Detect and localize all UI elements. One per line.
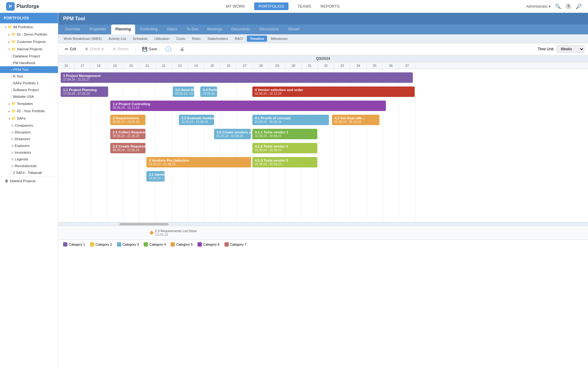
week-cell: 20 [123, 63, 139, 69]
time-unit-select[interactable]: Weeks Days Months [557, 45, 584, 53]
gantt-bar-create-requirements-list[interactable]: 2.2 Create Requirements List 08.05.24 - … [110, 143, 145, 153]
legend-label-4: Category 4 [149, 243, 166, 246]
sidebar-item-revolutionists[interactable]: ⊞ Revolutionists [0, 163, 58, 169]
week-cell: 30 [285, 63, 302, 69]
tab-costs[interactable]: Costs [173, 36, 188, 42]
tab-risks[interactable]: Risks [189, 36, 204, 42]
nav-reports[interactable]: REPORTS [320, 4, 340, 9]
help-icon[interactable]: ? [565, 3, 571, 10]
folder-icon: 📁 [11, 116, 16, 121]
gantt-bar-vendors-pre-selection[interactable]: 3 Vendors Pre-Selection 24.05.24 - 01.08… [146, 157, 251, 167]
tab-meetings[interactable]: Meetings [203, 25, 227, 34]
revert-button[interactable]: ✕ Revert [110, 45, 131, 53]
time-unit-section: Time Unit: Weeks Days Months [538, 45, 584, 53]
tab-documents[interactable]: Documents [227, 25, 254, 34]
tab-properties[interactable]: Properties [85, 25, 111, 34]
sidebar-item-label: 2 SAFe - Tokamak [13, 171, 42, 174]
search-icon[interactable]: 🔍 [555, 3, 561, 9]
gantt-bar-evaluate-feedbacks[interactable]: 3.3 Evaluate feedbacks 10.06.24 - 21.06.… [179, 115, 214, 125]
tab-raci[interactable]: RACI [232, 36, 246, 42]
team-icon: ⊞ [11, 137, 13, 141]
tab-planning[interactable]: Planning [111, 25, 135, 34]
sidebar-item-safe[interactable]: ▾ 📁 SAFe [0, 115, 58, 122]
sidebar-item-label: Explorers [15, 144, 30, 148]
gantt-bar-send-rfi[interactable]: 3.2 Send RFI 03.06.24 - 07.06.24 [173, 86, 194, 97]
print-button[interactable]: 🖨 [177, 45, 187, 53]
bar-text: 2 Requirements 08.05.24 - 23.05.24 [113, 116, 139, 124]
tab-discussions[interactable]: Discussions [255, 25, 283, 34]
zoom-icon[interactable]: 🔎 [576, 3, 582, 9]
nav-mywork[interactable]: MY WORK [226, 4, 245, 9]
gantt-bar-tests-vendor2[interactable]: 4.1.2 Tests vendor 2 02.08.24 - 30.08.24 [252, 143, 317, 153]
sidebar-item-deleted-projects[interactable]: 🗑 Deleted Projects [0, 178, 58, 184]
sidebar-item-dreamers[interactable]: ⊞ Dreamers [0, 136, 58, 142]
sidebar-item-disruptors[interactable]: ⊞ Disruptors [0, 129, 58, 136]
edit-button[interactable]: ✏ Edit [62, 45, 79, 53]
tab-timeline[interactable]: Timeline [247, 36, 267, 42]
sidebar-item-templates[interactable]: ▸ 📁 Templates [0, 100, 58, 107]
edit-label: Edit [70, 47, 76, 51]
sidebar-item-label: Internal Projects [17, 47, 42, 51]
sidebar-item-explorers[interactable]: ⊞ Explorers [0, 142, 58, 149]
folder-icon: 📁 [11, 109, 16, 113]
sidebar-item-safe-tokamak[interactable]: | 2 SAFe - Tokamak [0, 169, 58, 176]
info-button[interactable]: i [163, 45, 174, 53]
save-button[interactable]: 💾 Save [139, 45, 160, 53]
sidebar-item-ppm-tool[interactable]: ▪ PPM Tool [0, 66, 58, 73]
gantt-bar-proofs-concept[interactable]: 4.1 Proofs of concept 02.08.24 - 30.08.2… [252, 115, 329, 125]
team-icon: ⊞ [11, 164, 13, 168]
revert-label: Revert [118, 47, 128, 51]
gantt-bar-project-mgmt[interactable]: 1 Project Management 17.04.24 - 31.03.27 [61, 72, 413, 83]
tab-overview[interactable]: Overview [61, 25, 85, 34]
gantt-bar-project-controlling[interactable]: 1.2 Project Controlling 08.05.24 - 11.11… [110, 101, 386, 111]
sidebar-item-conquerors[interactable]: ⊞ Conquerors [0, 122, 58, 129]
gantt-row: 2 Requirements 08.05.24 - 23.05.24 3.3 E… [59, 113, 587, 126]
sidebar-item-innovators[interactable]: ⊞ Innovators [0, 149, 58, 156]
sidebar-item-database-project[interactable]: | Database Project [0, 53, 58, 59]
tab-stakeholders[interactable]: Stakeholders [204, 36, 231, 42]
tab-utilization[interactable]: Utilization [151, 36, 173, 42]
sidebar-item-legends[interactable]: ⊞ Legends [0, 156, 58, 163]
bar-text: 4.1.1 Tests vendor 1 02.08.24 - 30.08.24 [255, 130, 288, 138]
sidebar-item-all-portfolios[interactable]: ▾ 📁 All Portfolios [0, 23, 58, 31]
tab-todos[interactable]: To-Dos [182, 25, 202, 34]
nav-teams[interactable]: TEAMS [298, 4, 311, 9]
tab-schedule[interactable]: Schedule [130, 36, 151, 42]
tab-stream[interactable]: Stream [284, 25, 304, 34]
gantt-bar-tests-vendor1[interactable]: 4.1.1 Tests vendor 1 02.08.24 - 30.08.24 [252, 129, 317, 139]
scrollbar-area[interactable] [58, 222, 588, 226]
sidebar-item-your-portfolio[interactable]: ▸ 📁 02 - Your Portfolio [0, 107, 58, 115]
week-cell: 19 [107, 63, 123, 69]
sidebar-item-demo-portfolio[interactable]: ▸ 📁 01 - Demo Portfolio [0, 31, 58, 38]
gantt-bar-vendors-shortlist[interactable]: 3.5 Create vendors short-list 01.07.24 -… [214, 129, 251, 139]
gantt-bar-collect-requirements[interactable]: 2.1 Collect Requirements 08.05.24 - 21.0… [110, 129, 145, 139]
tab-milestones[interactable]: Milestones [268, 36, 291, 42]
sidebar-item-website-usa[interactable]: | Website USA [0, 93, 58, 100]
gantt-bar-project-planning[interactable]: 1.1 Project Planning 17.04.24 - 07.05.24 [61, 86, 108, 97]
tab-status[interactable]: Status [163, 25, 182, 34]
tab-wbs[interactable]: Work Breakdown (WBS) [61, 36, 105, 42]
sidebar-item-software-project[interactable]: | Software Project [0, 86, 58, 93]
gantt-bar-requirements[interactable]: 2 Requirements 08.05.24 - 23.05.24 [110, 115, 145, 125]
chevron-down-icon: ▾ [9, 117, 10, 120]
gantt-bar-final-offer[interactable]: 4.2 Get final offe... 03.09.24 - 09.10.2… [332, 115, 379, 125]
gantt-container[interactable]: Q3/2024 16 17 18 19 20 21 22 23 24 25 26… [58, 55, 588, 368]
legend-label-3: Category 3 [123, 243, 139, 246]
sidebar-item-internal-projects[interactable]: ▾ 📁 Internal Projects [0, 45, 58, 53]
week-cell: 25 [204, 63, 221, 69]
user-menu[interactable]: Administrator ▾ [526, 4, 551, 9]
nav-portfolios[interactable]: PORTFOLIOS [254, 2, 288, 10]
gantt-bar-vendor-selection[interactable]: 4 Vendor selection and order 02.08.24 - … [252, 86, 415, 97]
tab-activity-list[interactable]: Activity List [105, 36, 129, 42]
sidebar-item-customer-projects[interactable]: ▸ 📁 Customer Projects [0, 38, 58, 45]
gantt-bar-vendors-demos[interactable]: 3.4 Perform vendors demos 24.06.24 - 28.… [200, 86, 217, 97]
week-cell: 33 [334, 63, 350, 69]
sidebar-item-r-tool[interactable]: | R Tool [0, 73, 58, 80]
gantt-bar-identify-vendors[interactable]: 3.1 Identify suitable vendors (Gartner P… [146, 171, 165, 182]
sidebar-item-safe-portfolio[interactable]: | SAFe Portfolio 1 [0, 80, 58, 86]
checkin-button[interactable]: ✚ Check-in [82, 45, 107, 53]
tab-controlling[interactable]: Controlling [136, 25, 162, 34]
legend-label-7: Category 7 [230, 243, 247, 246]
gantt-bar-tests-vendor3[interactable]: 4.1.3 Tests vendor 3 02.08.24 - 30.08.24 [252, 157, 317, 167]
sidebar-item-pm-handbook[interactable]: | PM Handbook [0, 59, 58, 66]
